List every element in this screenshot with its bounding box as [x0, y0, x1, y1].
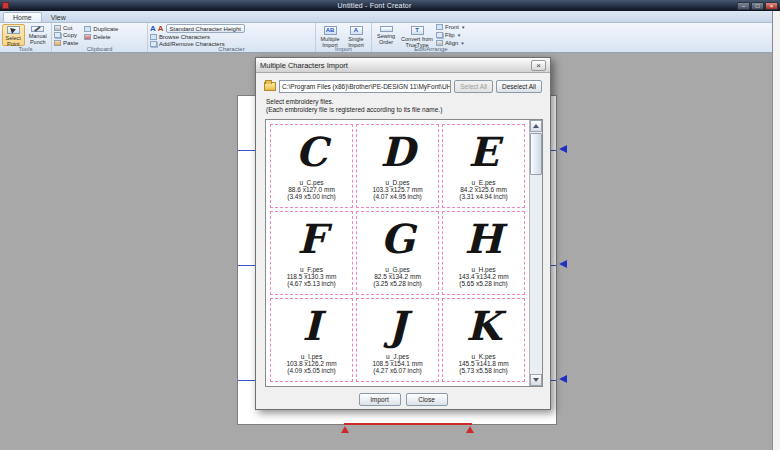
minimize-button[interactable]: – — [737, 2, 750, 10]
size-inch: (5.65 x5.28 inch) — [444, 280, 523, 287]
front-icon — [436, 24, 443, 30]
sewing-order-label: Sewing Order — [375, 33, 397, 45]
front-button[interactable]: Front ▾ — [436, 24, 465, 31]
character-thumbnail[interactable]: J u_J.pes 108.5 x154.1 mm (4.27 x6.07 in… — [356, 298, 439, 382]
cut-icon — [54, 25, 61, 31]
size-mm: 84.2 x125.6 mm — [444, 186, 523, 193]
browse-characters-button[interactable]: Browse Characters — [150, 34, 210, 40]
size-inch: (5.73 x5.58 inch) — [444, 367, 523, 374]
arrow-down-icon — [533, 378, 539, 382]
scrollbar-thumb[interactable] — [530, 133, 542, 175]
flip-button[interactable]: Flip ▾ — [436, 32, 465, 39]
maximize-button[interactable]: □ — [751, 2, 764, 10]
character-thumbnail[interactable]: H u_H.pes 143.4 x134.2 mm (5.65 x5.28 in… — [442, 211, 525, 295]
instruction-text: Select embroidery files. (Each embroider… — [266, 98, 540, 114]
sewing-order-icon — [380, 26, 393, 32]
flip-icon — [436, 32, 443, 38]
manual-punch-button[interactable]: Manual Punch — [27, 24, 50, 46]
character-thumbnail[interactable]: C u_C.pes 88.6 x127.0 mm (3.49 x5.00 inc… — [270, 124, 353, 208]
chevron-down-icon: ▾ — [458, 32, 461, 38]
application-window: Untitled - Font Creator – □ × Home View … — [0, 0, 780, 450]
instruction-line-1: Select embroidery files. — [266, 98, 540, 106]
select-all-button[interactable]: Select All — [454, 80, 493, 93]
baseline-handle-icon[interactable] — [466, 426, 474, 433]
character-thumbnail[interactable]: K u_K.pes 145.5 x141.8 mm (5.73 x5.58 in… — [442, 298, 525, 382]
ribbon-group-edit-arrange: Sewing Order T Convert from TrueType Fro… — [372, 23, 490, 52]
browse-characters-label: Browse Characters — [159, 34, 210, 40]
copy-button[interactable]: Copy — [54, 32, 78, 38]
duplicate-label: Duplicate — [93, 26, 118, 32]
copy-icon — [54, 32, 61, 38]
deselect-all-button[interactable]: Deselect All — [496, 80, 542, 93]
import-button[interactable]: Import — [359, 393, 401, 406]
size-inch: (4.67 x5.13 inch) — [272, 280, 351, 287]
delete-button[interactable]: Delete — [84, 33, 118, 40]
file-name: u_G.pes — [358, 266, 437, 273]
character-thumbnail[interactable]: D u_D.pes 103.3 x125.7 mm (4.07 x4.95 in… — [356, 124, 439, 208]
delete-label: Delete — [93, 34, 110, 40]
multiple-import-button[interactable]: AB Multiple Import — [318, 24, 342, 46]
character-thumbnail[interactable]: I u_I.pes 103.8 x126.2 mm (4.09 x5.05 in… — [270, 298, 353, 382]
group-label-character: Character — [148, 46, 315, 52]
sewing-order-button[interactable]: Sewing Order — [374, 24, 398, 46]
file-name: u_D.pes — [358, 179, 437, 186]
single-import-button[interactable]: A Single Import — [344, 24, 368, 46]
character-thumbnail[interactable]: F u_F.pes 118.5 x130.3 mm (4.67 x5.13 in… — [270, 211, 353, 295]
list-scrollbar[interactable] — [529, 120, 542, 386]
select-point-button[interactable]: Select Point — [2, 24, 25, 46]
convert-from-truetype-button[interactable]: T Convert from TrueType — [400, 24, 434, 46]
size-inch: (4.07 x4.95 inch) — [358, 193, 437, 200]
standard-character-height-button[interactable]: Standard Character Height — [166, 24, 245, 33]
character-list: C u_C.pes 88.6 x127.0 mm (3.49 x5.00 inc… — [265, 119, 543, 387]
front-label: Front — [445, 24, 459, 30]
character-grid: C u_C.pes 88.6 x127.0 mm (3.49 x5.00 inc… — [266, 120, 529, 386]
character-glyph: D — [358, 126, 437, 178]
guide-handle-icon[interactable] — [559, 375, 567, 383]
right-scroll-strip[interactable] — [772, 11, 780, 450]
close-button[interactable]: × — [765, 2, 778, 10]
character-thumbnail[interactable]: E u_E.pes 84.2 x125.6 mm (3.31 x4.94 inc… — [442, 124, 525, 208]
tab-home[interactable]: Home — [3, 12, 42, 22]
scroll-up-button[interactable] — [530, 120, 542, 132]
file-name: u_I.pes — [272, 353, 351, 360]
multiple-characters-import-dialog: Multiple Characters Import × C:\Program … — [255, 57, 551, 410]
dialog-title-bar[interactable]: Multiple Characters Import × — [256, 58, 550, 73]
size-mm: 145.5 x141.8 mm — [444, 360, 523, 367]
file-name: u_E.pes — [444, 179, 523, 186]
dialog-close-button[interactable]: × — [531, 60, 546, 71]
file-name: u_H.pes — [444, 266, 523, 273]
guide-handle-icon[interactable] — [559, 145, 567, 153]
paste-icon — [54, 40, 61, 46]
character-glyph: F — [272, 213, 351, 265]
ribbon-group-tools: Select Point Manual Punch Tools — [0, 23, 52, 52]
delete-icon — [84, 34, 91, 40]
instruction-line-2: (Each embroidery file is registered acco… — [266, 106, 540, 114]
app-icon — [2, 2, 9, 9]
baseline-handle-icon[interactable] — [341, 426, 349, 433]
close-dialog-button[interactable]: Close — [406, 393, 448, 406]
tab-view[interactable]: View — [42, 13, 75, 22]
guide-handle-icon[interactable] — [559, 260, 567, 268]
paste-label: Paste — [63, 40, 78, 46]
group-label-clipboard: Clipboard — [52, 46, 147, 52]
chevron-down-icon: ▾ — [462, 24, 465, 30]
manual-punch-icon — [31, 26, 44, 32]
file-name: u_F.pes — [272, 266, 351, 273]
duplicate-button[interactable]: Duplicate — [84, 25, 118, 32]
scroll-down-button[interactable] — [530, 374, 542, 386]
align-button[interactable]: Align ▾ — [436, 39, 465, 46]
size-mm: 88.6 x127.0 mm — [272, 186, 351, 193]
ribbon-group-clipboard: Cut Copy Paste Duplicate — [52, 23, 148, 52]
character-glyph: E — [444, 126, 523, 178]
size-inch: (4.09 x5.05 inch) — [272, 367, 351, 374]
group-label-edit-arrange: Edit/Arrange — [372, 46, 490, 52]
size-inch: (3.49 x5.00 inch) — [272, 193, 351, 200]
character-glyph: J — [358, 300, 437, 352]
folder-path: C:\Program Files (x86)\Brother\PE-DESIGN… — [279, 80, 451, 93]
character-thumbnail[interactable]: G u_G.pes 82.5 x134.2 mm (3.25 x5.28 inc… — [356, 211, 439, 295]
ribbon-tab-row: Home View — [0, 11, 772, 23]
ribbon: Select Point Manual Punch Tools Cut — [0, 23, 772, 53]
title-bar[interactable]: Untitled - Font Creator – □ × — [0, 0, 780, 11]
cut-button[interactable]: Cut — [54, 25, 78, 31]
size-mm: 143.4 x134.2 mm — [444, 273, 523, 280]
